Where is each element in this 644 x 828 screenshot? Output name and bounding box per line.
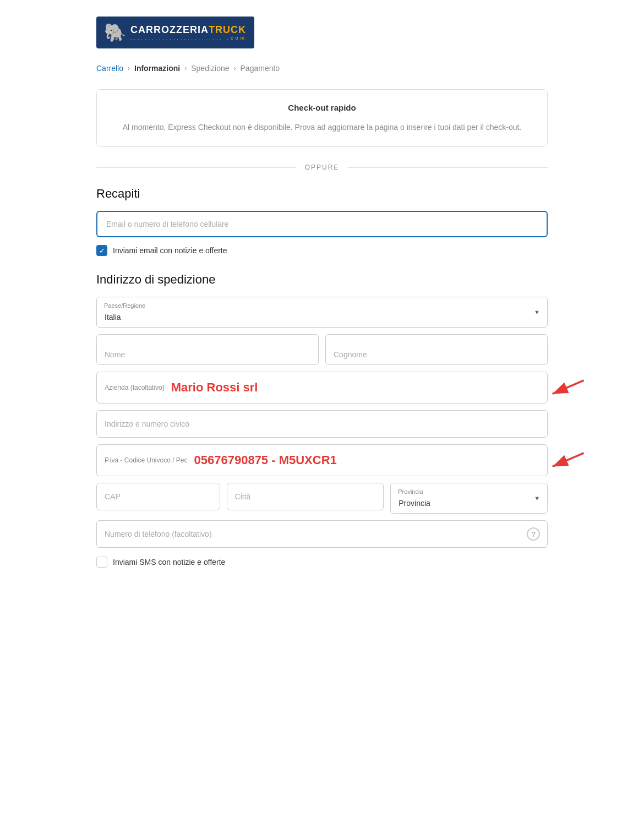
logo-text: CARROZZERIA TRUCK ......................… bbox=[130, 25, 247, 41]
piva-label: P.iva - Codice Univoco / Pec bbox=[105, 456, 188, 464]
cap-input[interactable] bbox=[96, 483, 220, 510]
chevron-icon-1: › bbox=[128, 64, 130, 72]
sms-row: Inviami SMS con notizie e offerte bbox=[96, 557, 548, 568]
piva-field[interactable]: P.iva - Codice Univoco / Pec 05676790875… bbox=[96, 444, 548, 476]
quick-checkout-title: Check-out rapido bbox=[113, 103, 531, 112]
shipping-title: Indirizzo di spedizione bbox=[96, 273, 548, 287]
telefono-help-icon[interactable]: ? bbox=[527, 527, 540, 541]
svg-line-1 bbox=[553, 380, 584, 394]
provincia-select[interactable]: Provincia bbox=[390, 483, 548, 514]
azienda-label: Azienda (facoltativo) bbox=[105, 384, 165, 391]
breadcrumb-informazioni: Informazioni bbox=[134, 64, 180, 73]
azienda-wrapper: Azienda (facoltativo) Mario Rossi srl bbox=[96, 372, 548, 404]
breadcrumb: Carrello › Informazioni › Spedizione › P… bbox=[96, 64, 548, 73]
sms-checkbox[interactable] bbox=[96, 557, 107, 568]
email-phone-input[interactable] bbox=[96, 211, 548, 237]
logo[interactable]: 🐘 CARROZZERIA TRUCK ....................… bbox=[96, 17, 254, 48]
cognome-input[interactable] bbox=[325, 334, 548, 365]
logo-carrozzeria: CARROZZERIA bbox=[130, 25, 209, 35]
quick-checkout-section: Check-out rapido Al momento, Express Che… bbox=[96, 89, 548, 147]
telefono-input[interactable] bbox=[96, 520, 548, 548]
arrow-azienda bbox=[548, 374, 586, 401]
indirizzo-input[interactable] bbox=[96, 410, 548, 438]
name-row bbox=[96, 334, 548, 372]
quick-checkout-desc: Al momento, Express Checkout non è dispo… bbox=[113, 121, 531, 133]
cap-citta-provincia-row: Provincia Provincia bbox=[96, 483, 548, 514]
logo-com: .......................... .com bbox=[130, 36, 247, 41]
divider-text: OPPURE bbox=[305, 164, 340, 171]
svg-line-3 bbox=[553, 453, 584, 467]
cap-col bbox=[96, 483, 220, 514]
arrow-piva bbox=[548, 446, 586, 474]
cognome-field bbox=[325, 334, 548, 365]
nome-field bbox=[96, 334, 319, 365]
newsletter-checkbox[interactable]: ✓ bbox=[96, 245, 107, 256]
logo-area: 🐘 CARROZZERIA TRUCK ....................… bbox=[96, 17, 548, 48]
divider-line-left bbox=[96, 167, 296, 168]
nome-input[interactable] bbox=[96, 334, 319, 365]
divider-line-right bbox=[348, 167, 548, 168]
chevron-icon-2: › bbox=[184, 64, 187, 72]
piva-value: 05676790875 - M5UXCR1 bbox=[194, 453, 337, 467]
recapiti-title: Recapiti bbox=[96, 187, 548, 201]
breadcrumb-spedizione: Spedizione bbox=[191, 64, 229, 73]
logo-truck: TRUCK bbox=[209, 25, 246, 35]
country-select[interactable]: Italia bbox=[96, 297, 548, 328]
indirizzo-field bbox=[96, 410, 548, 438]
recapiti-section: Recapiti ✓ Inviami email con notizie e o… bbox=[96, 187, 548, 256]
country-field[interactable]: Paese/Regione Italia bbox=[96, 297, 548, 328]
azienda-value: Mario Rossi srl bbox=[171, 380, 258, 395]
newsletter-label: Inviami email con notizie e offerte bbox=[113, 246, 227, 255]
chevron-icon-3: › bbox=[234, 64, 236, 72]
breadcrumb-carrello[interactable]: Carrello bbox=[96, 64, 123, 73]
citta-input[interactable] bbox=[227, 483, 384, 510]
divider-oppure: OPPURE bbox=[96, 164, 548, 171]
elephant-icon: 🐘 bbox=[104, 22, 126, 43]
newsletter-row: ✓ Inviami email con notizie e offerte bbox=[96, 245, 548, 256]
checkmark-icon: ✓ bbox=[99, 247, 105, 255]
citta-col bbox=[227, 483, 384, 514]
telefono-field: ? bbox=[96, 520, 548, 548]
provincia-col: Provincia Provincia bbox=[390, 483, 548, 514]
sms-label: Inviami SMS con notizie e offerte bbox=[113, 558, 225, 566]
azienda-field[interactable]: Azienda (facoltativo) Mario Rossi srl bbox=[96, 372, 548, 404]
breadcrumb-pagamento: Pagamento bbox=[241, 64, 280, 73]
shipping-section: Indirizzo di spedizione Paese/Regione It… bbox=[96, 273, 548, 568]
piva-wrapper: P.iva - Codice Univoco / Pec 05676790875… bbox=[96, 444, 548, 476]
